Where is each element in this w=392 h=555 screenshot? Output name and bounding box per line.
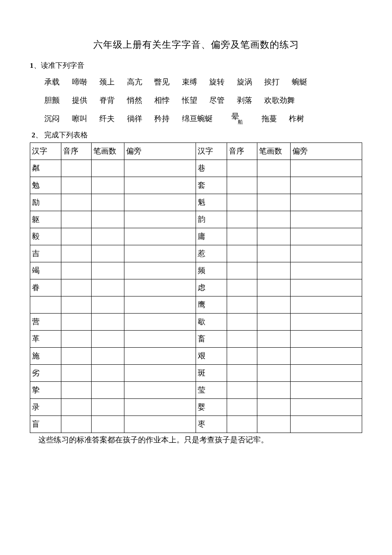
table-row: 录婴 (30, 398, 362, 416)
word-row-1: 承载 啼啭 颈上 高亢 瞥见 束缚 旋转 旋涡 挨打 蜿蜒 (44, 73, 362, 91)
word: 纤夫 (99, 110, 115, 128)
table-cell (290, 347, 362, 364)
table-row: 勉套 (30, 177, 362, 194)
table-cell (124, 364, 196, 381)
table-cell: 套 (196, 177, 227, 194)
word: 绵亘蜿蜒 (182, 110, 213, 128)
table-cell (124, 347, 196, 364)
table-row: 盲枣 (30, 416, 362, 433)
table-cell (61, 381, 91, 398)
table-cell: 艰 (196, 347, 227, 364)
table-row: 眷虑 (30, 279, 362, 296)
word: 颈上 (99, 73, 115, 91)
table-row: 挚莹 (30, 381, 362, 398)
th-bihua: 笔画数 (257, 142, 291, 160)
word: 脊背 (99, 91, 115, 110)
table-cell (290, 296, 362, 313)
table-cell (257, 398, 291, 416)
table-cell: 革 (30, 330, 61, 347)
table-cell (124, 416, 196, 433)
word: 啼啭 (72, 73, 87, 91)
table-cell (124, 177, 196, 194)
word: 旋转 (209, 73, 225, 91)
table-cell (124, 245, 196, 262)
table-cell (257, 160, 291, 177)
table-cell (124, 330, 196, 347)
th-hanzi: 汉字 (196, 142, 227, 160)
table-cell: 施 (30, 347, 61, 364)
table-cell (124, 296, 196, 313)
table-cell (227, 330, 257, 347)
table-row: 毅庸 (30, 228, 362, 245)
table-cell (91, 245, 124, 262)
table-cell: 枣 (196, 416, 227, 433)
table-cell: 劣 (30, 364, 61, 381)
table-cell (91, 160, 124, 177)
table-cell (227, 194, 257, 211)
table-cell (290, 330, 362, 347)
table-cell (91, 194, 124, 211)
table-cell (257, 279, 291, 296)
table-cell: 励 (30, 194, 61, 211)
word: 欢歌劲舞 (264, 91, 295, 110)
table-cell (257, 211, 291, 228)
table-cell: 挚 (30, 381, 61, 398)
word: 矜持 (154, 110, 170, 128)
word: 相悖 (154, 91, 170, 110)
table-row: 施艰 (30, 347, 362, 364)
table-cell (61, 416, 91, 433)
table-cell (257, 262, 291, 279)
table-cell (257, 330, 291, 347)
table-cell (227, 381, 257, 398)
table-cell (91, 416, 124, 433)
table-cell (61, 177, 91, 194)
table-cell (257, 228, 291, 245)
th-pianpang: 偏旁 (290, 142, 362, 160)
table-cell (61, 160, 91, 177)
table-cell: 婴 (196, 398, 227, 416)
table-cell (257, 381, 291, 398)
table-cell (257, 245, 291, 262)
th-hanzi: 汉字 (30, 142, 61, 160)
table-row: 粼巷 (30, 160, 362, 177)
table-cell (61, 245, 91, 262)
table-cell: 盲 (30, 416, 61, 433)
table-cell (290, 177, 362, 194)
table-cell (91, 313, 124, 330)
table-cell (91, 330, 124, 347)
table-cell (124, 194, 196, 211)
table-cell (91, 228, 124, 245)
table-cell (124, 279, 196, 296)
table-row: 劣斑 (30, 364, 362, 381)
table-cell: 竭 (30, 262, 61, 279)
page-title: 六年级上册有关生字字音、偏旁及笔画数的练习 (30, 38, 362, 51)
th-bihua: 笔画数 (91, 142, 124, 160)
table-cell (227, 279, 257, 296)
table-cell (61, 330, 91, 347)
section2-text: 、 完成下列表格 (35, 131, 88, 139)
table-cell (227, 262, 257, 279)
table-cell (227, 347, 257, 364)
table-cell (91, 296, 124, 313)
table-cell (61, 313, 91, 330)
footer-note: 这些练习的标准答案都在孩子的作业本上。只是考查孩子是否记牢。 (30, 435, 362, 445)
table-cell (227, 398, 257, 416)
table-cell (227, 296, 257, 313)
table-cell (61, 279, 91, 296)
table-row: 鹰 (30, 296, 362, 313)
table-cell: 眷 (30, 279, 61, 296)
table-cell (290, 398, 362, 416)
table-cell: 歇 (196, 313, 227, 330)
table-cell (124, 313, 196, 330)
table-cell: 毅 (30, 228, 61, 245)
stacked-word: 晕船 (231, 113, 249, 125)
word: 旋涡 (237, 73, 252, 91)
table-cell: 粼 (30, 160, 61, 177)
table-cell (257, 347, 291, 364)
table-header-row: 汉字 音序 笔画数 偏旁 汉字 音序 笔画数 偏旁 (30, 142, 362, 160)
word: 承载 (44, 73, 60, 91)
table-cell (290, 245, 362, 262)
table-cell: 勉 (30, 177, 61, 194)
table-cell (124, 160, 196, 177)
section1-num: 1 (30, 61, 34, 70)
